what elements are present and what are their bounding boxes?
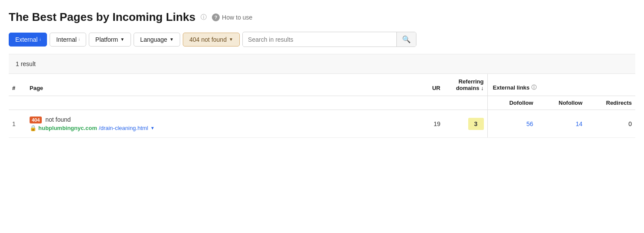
- title-info-icon[interactable]: ⓘ: [201, 13, 207, 21]
- row-nofollow: 14: [537, 110, 586, 138]
- platform-dropdown[interactable]: Platform ▼: [89, 33, 131, 47]
- url-domain[interactable]: hubplumbingnyc.com: [38, 125, 97, 131]
- internal-button[interactable]: Internal i: [50, 33, 86, 47]
- page-label: not found: [45, 116, 70, 123]
- table-row: 1 404 not found 🔒 hubplumbingnyc.com /dr…: [9, 110, 635, 138]
- referring-badge: 3: [468, 118, 484, 130]
- row-referring: 3: [444, 110, 487, 138]
- search-input[interactable]: [243, 33, 396, 46]
- empty-sub-header: [9, 96, 487, 110]
- col-nofollow-header: Nofollow: [537, 96, 586, 110]
- col-referring-header: Referring domains ↓: [444, 74, 487, 96]
- search-wrapper: 🔍: [242, 32, 416, 47]
- table-subheader-row: Dofollow Nofollow Redirects: [9, 96, 635, 110]
- internal-info: i: [79, 37, 80, 42]
- language-chevron-icon: ▼: [169, 37, 174, 42]
- page-url-row: 🔒 hubplumbingnyc.com /drain-cleaning.htm…: [30, 125, 414, 131]
- ext-links-info-icon[interactable]: ⓘ: [531, 84, 537, 91]
- col-dofollow-header: Dofollow: [487, 96, 537, 110]
- page-title: The Best Pages by Incoming Links: [9, 10, 195, 24]
- col-number-header: #: [9, 74, 26, 96]
- how-to-use-link[interactable]: ? How to use: [212, 13, 252, 21]
- external-button[interactable]: External i: [9, 33, 47, 47]
- url-chevron-icon[interactable]: ▼: [151, 126, 155, 130]
- toolbar: External i Internal i Platform ▼ Languag…: [9, 32, 635, 47]
- results-table: # Page UR Referring domains ↓ External l…: [9, 74, 635, 138]
- platform-chevron-icon: ▼: [120, 37, 124, 42]
- search-button[interactable]: 🔍: [396, 32, 416, 47]
- result-count: 1 result: [9, 54, 635, 74]
- external-info: i: [40, 37, 40, 42]
- filter-chevron-icon: ▼: [229, 37, 233, 42]
- row-redirects: 0: [586, 110, 635, 138]
- row-page: 404 not found 🔒 hubplumbingnyc.com /drai…: [26, 110, 418, 138]
- page-header: The Best Pages by Incoming Links ⓘ ? How…: [9, 10, 635, 24]
- question-icon: ?: [212, 13, 220, 21]
- filter-404-dropdown[interactable]: 404 not found ▼: [183, 33, 240, 47]
- col-page-header: Page: [26, 74, 418, 96]
- col-redirects-header: Redirects: [586, 96, 635, 110]
- language-dropdown[interactable]: Language ▼: [134, 33, 180, 47]
- table-header-row: # Page UR Referring domains ↓ External l…: [9, 74, 635, 96]
- col-ext-links-header: External links ⓘ: [487, 74, 635, 96]
- lock-icon: 🔒: [30, 125, 37, 131]
- url-path[interactable]: /drain-cleaning.html: [99, 125, 148, 131]
- badge-404: 404: [30, 116, 42, 123]
- col-ur-header: UR: [418, 74, 444, 96]
- row-ur: 19: [418, 110, 444, 138]
- row-number: 1: [9, 110, 26, 138]
- row-dofollow: 56: [487, 110, 537, 138]
